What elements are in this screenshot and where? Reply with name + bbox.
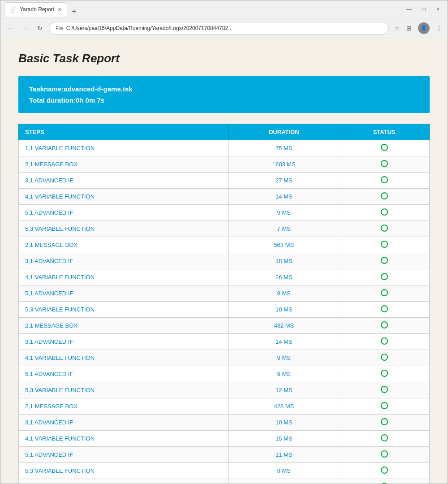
step-cell: 3,1 ADVANCED IF: [19, 253, 229, 269]
table-row: 4,1 VARIABLE FUNCTION9 MS: [19, 350, 430, 366]
extensions-icon[interactable]: ⊞: [405, 23, 414, 34]
status-circle: [381, 483, 388, 484]
step-cell: 2,1 MESSAGE BOX: [19, 479, 229, 484]
forward-button[interactable]: →: [19, 23, 31, 34]
status-circle: [381, 144, 388, 151]
status-circle: [381, 273, 388, 280]
status-cell: [339, 285, 430, 302]
table-row: 3,1 ADVANCED IF27 MS: [19, 173, 430, 189]
tab-page-icon: 📄: [10, 7, 16, 13]
col-header-steps: STEPS: [19, 124, 229, 140]
window-controls: — □ ×: [402, 4, 444, 14]
status-cell: [339, 237, 430, 253]
step-cell: 2,1 MESSAGE BOX: [19, 156, 229, 173]
step-cell: 5,3 VARIABLE FUNCTION: [19, 221, 229, 237]
duration-cell: 428 MS: [229, 398, 339, 415]
duration-cell: 15 MS: [229, 431, 339, 447]
step-cell: 3,1 ADVANCED IF: [19, 415, 229, 431]
task-name-label: Taskname:: [29, 85, 64, 93]
status-circle: [381, 370, 388, 377]
table-row: 2,1 MESSAGE BOX537 MS: [19, 479, 430, 484]
step-cell: 4,1 VARIABLE FUNCTION: [19, 189, 229, 205]
star-icon[interactable]: ☆: [392, 23, 402, 34]
status-cell: [339, 350, 430, 366]
status-circle: [381, 225, 388, 232]
minimize-button[interactable]: —: [402, 4, 416, 14]
address-bar: ← → ↻ File C:/Users/paal15/AppData/Roami…: [0, 18, 448, 38]
duration-cell: 11 MS: [229, 447, 339, 463]
status-circle: [381, 289, 388, 296]
table-row: 5,3 VARIABLE FUNCTION12 MS: [19, 382, 430, 398]
table-row: 3,1 ADVANCED IF18 MS: [19, 253, 430, 269]
duration-label: Total duration:: [29, 96, 76, 104]
table-row: 5,1 ADVANCED IF9 MS: [19, 285, 430, 302]
step-cell: 2,1 MESSAGE BOX: [19, 237, 229, 253]
status-circle: [381, 160, 388, 167]
step-cell: 3,1 ADVANCED IF: [19, 334, 229, 350]
table-row: 2,1 MESSAGE BOX428 MS: [19, 398, 430, 415]
profile-icon[interactable]: 👤: [416, 21, 431, 36]
step-cell: 4,1 VARIABLE FUNCTION: [19, 269, 229, 285]
page-content: Basic Task Report Taskname:advanced-if-g…: [0, 38, 448, 484]
active-tab[interactable]: 📄 Yarado Report ×: [4, 2, 67, 17]
duration-cell: 10 MS: [229, 302, 339, 318]
new-tab-button[interactable]: +: [69, 7, 79, 17]
duration-cell: 14 MS: [229, 334, 339, 350]
table-row: 2,1 MESSAGE BOX432 MS: [19, 318, 430, 334]
status-circle: [381, 176, 388, 183]
status-cell: [339, 463, 430, 479]
table-row: 2,1 MESSAGE BOX563 MS: [19, 237, 430, 253]
status-cell: [339, 431, 430, 447]
report-title: Basic Task Report: [18, 52, 430, 65]
status-cell: [339, 447, 430, 463]
duration-cell: 14 MS: [229, 189, 339, 205]
maximize-button[interactable]: □: [418, 4, 430, 14]
status-cell: [339, 398, 430, 415]
duration-cell: 27 MS: [229, 173, 339, 189]
table-row: 4,1 VARIABLE FUNCTION15 MS: [19, 431, 430, 447]
status-circle: [381, 305, 388, 312]
status-circle: [381, 208, 388, 216]
status-cell: [339, 382, 430, 398]
url-bar[interactable]: File C:/Users/paal15/AppData/Roaming/Yar…: [49, 22, 389, 35]
duration-cell: 75 MS: [229, 140, 339, 156]
back-button[interactable]: ←: [4, 23, 16, 34]
step-cell: 5,1 ADVANCED IF: [19, 366, 229, 382]
status-cell: [339, 156, 430, 173]
status-cell: [339, 415, 430, 431]
refresh-button[interactable]: ↻: [34, 23, 45, 34]
step-cell: 5,3 VARIABLE FUNCTION: [19, 302, 229, 318]
status-cell: [339, 318, 430, 334]
step-cell: 2,1 MESSAGE BOX: [19, 398, 229, 415]
duration-cell: 7 MS: [229, 221, 339, 237]
tab-bar: 📄 Yarado Report × +: [4, 2, 400, 17]
duration-cell: 9 MS: [229, 463, 339, 479]
step-cell: 4,1 VARIABLE FUNCTION: [19, 431, 229, 447]
duration-cell: 1603 MS: [229, 156, 339, 173]
task-name-row: Taskname:advanced-if-game.tsk: [29, 85, 419, 93]
title-bar: 📄 Yarado Report × + — □ ×: [0, 0, 448, 18]
status-circle: [381, 192, 388, 199]
close-button[interactable]: ×: [432, 4, 444, 14]
status-cell: [339, 479, 430, 484]
user-avatar[interactable]: 👤: [418, 22, 430, 34]
duration-value: 0h 0m 7s: [76, 96, 104, 104]
duration-cell: 9 MS: [229, 366, 339, 382]
status-cell: [339, 173, 430, 189]
status-circle: [381, 337, 388, 345]
duration-cell: 9 MS: [229, 350, 339, 366]
status-cell: [339, 253, 430, 269]
duration-cell: 563 MS: [229, 237, 339, 253]
status-circle: [381, 354, 388, 361]
status-circle: [381, 386, 388, 393]
tab-close-button[interactable]: ×: [58, 6, 61, 13]
status-circle: [381, 241, 388, 248]
status-circle: [381, 467, 388, 474]
step-cell: 5,3 VARIABLE FUNCTION: [19, 382, 229, 398]
duration-cell: 12 MS: [229, 382, 339, 398]
more-menu-icon[interactable]: ⋮: [434, 23, 444, 34]
duration-cell: 9 MS: [229, 285, 339, 302]
duration-cell: 18 MS: [229, 253, 339, 269]
browser-window: 📄 Yarado Report × + — □ × ← → ↻ File C:/…: [0, 0, 448, 484]
task-info-box: Taskname:advanced-if-game.tsk Total dura…: [18, 76, 430, 113]
